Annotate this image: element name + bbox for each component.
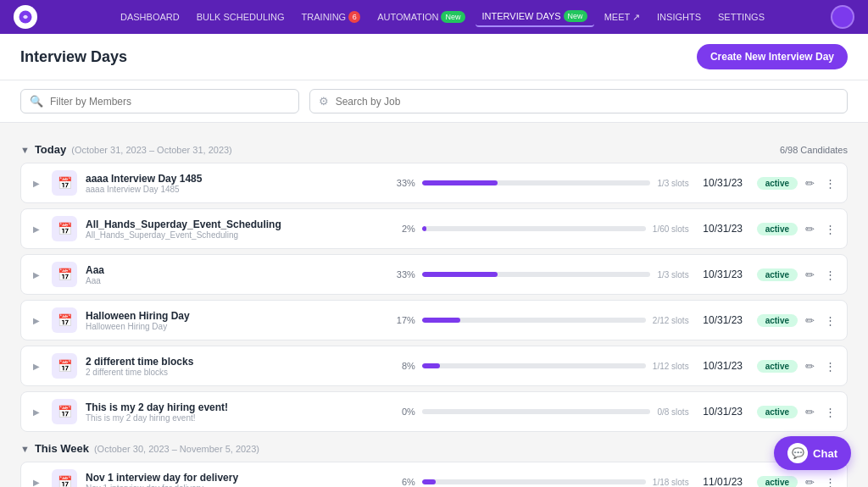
nav-interview-days[interactable]: INTERVIEW DAYS New	[476, 7, 594, 28]
more-options-button[interactable]: ⋮	[822, 403, 838, 421]
row-slots: 1/60 slots	[653, 224, 689, 234]
chat-bubble-icon: 💬	[787, 443, 808, 463]
row-actions: active ✏ ⋮	[757, 403, 838, 421]
row-name: Nov 1 interview day for delivery	[86, 472, 383, 484]
row-subtitle: This is my 2 day hiring event!	[86, 413, 383, 423]
progress-fill	[422, 318, 460, 323]
status-badge: active	[757, 476, 798, 488]
training-badge: 6	[348, 11, 360, 24]
row-info: aaaa Interview Day 1485 aaaa Interview D…	[86, 173, 383, 194]
row-slots: 1/3 slots	[657, 179, 688, 188]
this-week-section-header[interactable]: ▼ This Week (October 30, 2023 – November…	[20, 442, 848, 455]
automation-badge: New	[441, 11, 465, 24]
progress-fill	[422, 180, 498, 185]
row-expand-icon[interactable]: ▶	[30, 360, 43, 373]
more-options-button[interactable]: ⋮	[822, 220, 838, 238]
progress-fill	[422, 363, 440, 368]
progress-fill	[422, 226, 426, 231]
chat-button[interactable]: 💬 Chat	[774, 436, 851, 470]
row-subtitle: Nov 1 interview day for delivery	[86, 484, 383, 488]
row-expand-icon[interactable]: ▶	[30, 314, 43, 327]
row-slots: 0/8 slots	[657, 407, 688, 417]
today-date-range: (October 31, 2023 – October 31, 2023)	[71, 145, 232, 155]
row-progress: 2% 1/60 slots	[392, 224, 689, 234]
nav-meet[interactable]: MEET ↗	[598, 8, 647, 26]
filter-icon: ⚙	[319, 95, 329, 108]
nav-training[interactable]: TRAINING 6	[295, 8, 368, 27]
today-section-header[interactable]: ▼ Today (October 31, 2023 – October 31, …	[20, 143, 848, 156]
row-subtitle: All_Hands_Superday_Event_Scheduling	[86, 230, 383, 240]
row-calendar-icon: 📅	[52, 170, 77, 196]
row-name: All_Hands_Superday_Event_Scheduling	[86, 219, 383, 230]
row-expand-icon[interactable]: ▶	[30, 177, 43, 190]
row-percentage: 33%	[392, 269, 415, 279]
progress-fill	[422, 272, 498, 277]
page-header: Interview Days Create New Interview Day	[0, 34, 868, 80]
today-title-wrap: ▼ Today (October 31, 2023 – October 31, …	[20, 143, 232, 156]
row-expand-icon[interactable]: ▶	[30, 476, 43, 488]
row-name: This is my 2 day hiring event!	[86, 401, 383, 413]
row-percentage: 6%	[392, 477, 415, 487]
nav-dashboard[interactable]: DASHBOARD	[114, 8, 186, 25]
more-options-button[interactable]: ⋮	[822, 174, 838, 192]
row-subtitle: Halloween Hiring Day	[86, 322, 383, 331]
row-subtitle: aaaa Interview Day 1485	[86, 185, 383, 194]
row-subtitle: 2 different time blocks	[86, 368, 383, 377]
more-options-button[interactable]: ⋮	[822, 312, 838, 329]
row-info: All_Hands_Superday_Event_Scheduling All_…	[86, 219, 383, 240]
edit-button[interactable]: ✏	[803, 473, 817, 488]
row-expand-icon[interactable]: ▶	[30, 268, 43, 281]
edit-button[interactable]: ✏	[803, 220, 817, 238]
status-badge: active	[757, 314, 798, 327]
edit-button[interactable]: ✏	[803, 312, 817, 329]
nav-automation[interactable]: AUTOMATION New	[370, 8, 471, 27]
row-date: 10/31/23	[698, 314, 748, 326]
interview-row: ▶ 📅 Halloween Hiring Day Halloween Hirin…	[20, 300, 848, 340]
row-info: Aaa Aaa	[86, 264, 383, 285]
row-actions: active ✏ ⋮	[757, 312, 838, 329]
search-job-input[interactable]	[336, 96, 838, 108]
edit-button[interactable]: ✏	[803, 403, 817, 421]
row-name: aaaa Interview Day 1485	[86, 173, 383, 185]
row-subtitle: Aaa	[86, 276, 383, 285]
logo[interactable]	[14, 5, 37, 29]
row-actions: active ✏ ⋮	[757, 220, 838, 238]
row-percentage: 8%	[392, 361, 415, 371]
progress-bar	[422, 363, 646, 368]
row-expand-icon[interactable]: ▶	[30, 223, 43, 235]
nav-bulk-scheduling[interactable]: BULK SCHEDULING	[190, 8, 292, 25]
more-options-button[interactable]: ⋮	[822, 473, 838, 488]
nav-settings[interactable]: SETTINGS	[711, 8, 771, 25]
progress-bar	[422, 409, 651, 414]
row-expand-icon[interactable]: ▶	[30, 406, 43, 418]
more-options-button[interactable]: ⋮	[822, 357, 838, 375]
row-percentage: 17%	[392, 315, 415, 325]
progress-fill	[422, 479, 436, 484]
status-badge: active	[757, 223, 798, 235]
row-actions: active ✏ ⋮	[757, 174, 838, 192]
row-percentage: 2%	[392, 224, 415, 234]
progress-bar	[422, 318, 646, 323]
today-section-title: Today	[35, 143, 66, 156]
row-actions: active ✏ ⋮	[757, 357, 838, 375]
row-calendar-icon: 📅	[52, 216, 77, 241]
edit-button[interactable]: ✏	[803, 174, 817, 192]
row-calendar-icon: 📅	[52, 399, 77, 424]
progress-bar	[422, 180, 651, 185]
row-date: 10/31/23	[698, 360, 748, 372]
row-progress: 8% 1/12 slots	[392, 361, 689, 371]
row-progress: 0% 0/8 slots	[392, 407, 689, 417]
row-info: 2 different time blocks 2 different time…	[86, 356, 383, 377]
edit-button[interactable]: ✏	[803, 266, 817, 284]
row-progress: 33% 1/3 slots	[392, 178, 689, 188]
more-options-button[interactable]: ⋮	[822, 266, 838, 284]
status-badge: active	[757, 268, 798, 281]
row-progress: 6% 1/18 slots	[392, 477, 689, 487]
edit-button[interactable]: ✏	[803, 357, 817, 375]
nav-insights[interactable]: INSIGHTS	[650, 8, 708, 25]
search-members-input[interactable]	[50, 96, 290, 108]
row-progress: 17% 2/12 slots	[392, 315, 689, 325]
create-interview-day-button[interactable]: Create New Interview Day	[697, 44, 848, 69]
row-actions: active ✏ ⋮	[757, 473, 838, 488]
user-avatar[interactable]	[831, 5, 854, 29]
